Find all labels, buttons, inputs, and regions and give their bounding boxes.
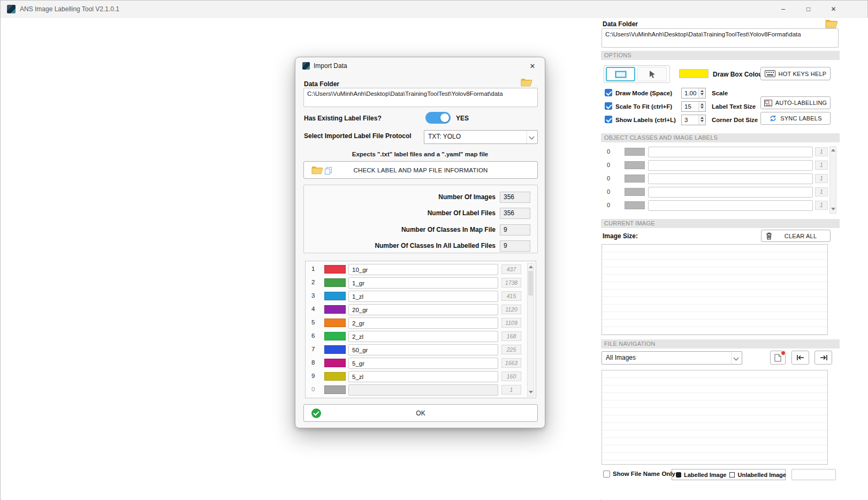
class-colour-swatch[interactable] — [324, 345, 346, 354]
spinner-arrows[interactable] — [698, 102, 705, 111]
data-folder-path-field[interactable]: C:\Users\VuMinhAnh\Desktop\Data\Training… — [601, 28, 839, 48]
classes-in-map-file-field: 9 — [500, 224, 530, 236]
pointer-tool-button[interactable] — [637, 67, 667, 81]
class-name-field[interactable]: 50_gr — [348, 344, 498, 355]
class-name: 5_gr — [349, 358, 498, 369]
class-list-scrollbar[interactable] — [829, 146, 836, 214]
show-labels-checkbox[interactable] — [605, 116, 612, 123]
labelled-square-icon — [676, 472, 681, 478]
class-list-scrollbar[interactable] — [527, 263, 534, 397]
clear-all-button[interactable]: CLEAR ALL — [761, 230, 831, 242]
spinner-arrows[interactable] — [698, 115, 705, 125]
class-colour-swatch[interactable] — [324, 319, 346, 327]
last-image-button[interactable] — [814, 351, 832, 365]
scale-to-fit-checkbox[interactable] — [605, 102, 612, 110]
scroll-down-icon[interactable] — [830, 207, 836, 212]
class-count-field: 1 — [815, 161, 828, 170]
file-name-field[interactable] — [791, 469, 836, 480]
data-folder-path: C:\Users\VuMinhAnh\Desktop\Data\Training… — [304, 88, 537, 99]
hot-keys-help-button[interactable]: HOT KEYS HELP — [760, 67, 831, 80]
dialog-close-button[interactable]: ✕ — [524, 59, 540, 73]
browse-folder-button[interactable] — [521, 78, 532, 88]
protocol-dropdown[interactable]: TXT: YOLO — [424, 130, 538, 144]
draw-mode-checkbox[interactable] — [605, 89, 612, 96]
show-file-name-only-checkbox[interactable] — [603, 471, 610, 478]
class-count-field: 225 — [501, 345, 521, 354]
minimize-button[interactable]: – — [771, 1, 796, 18]
draw-box-colour-swatch[interactable] — [679, 69, 709, 78]
close-button[interactable]: ✕ — [821, 1, 846, 18]
class-colour-swatch[interactable] — [324, 372, 346, 381]
scroll-up-icon[interactable] — [830, 148, 836, 153]
rect-select-tool-button[interactable] — [606, 67, 635, 81]
spinner-arrows[interactable] — [698, 88, 705, 98]
spinner-up-icon[interactable] — [701, 117, 704, 119]
class-colour-swatch[interactable] — [324, 305, 346, 314]
sync-labels-button[interactable]: SYNC LABELS — [760, 112, 831, 125]
stat-label: Number Of Label Files — [428, 209, 496, 217]
class-name-field[interactable] — [648, 160, 813, 171]
class-name-field[interactable]: 10_gr — [348, 264, 498, 275]
dialog-icon — [302, 62, 310, 70]
image-size-label: Image Size: — [603, 232, 638, 240]
class-index-label: 0 — [607, 175, 610, 181]
class-name-field[interactable]: 2_zl — [348, 331, 498, 342]
scrollbar-thumb[interactable] — [528, 271, 533, 296]
data-folder-path-field[interactable]: C:\Users\VuMinhAnh\Desktop\Data\Training… — [303, 88, 538, 107]
class-colour-swatch[interactable] — [324, 278, 346, 287]
spinner-down-icon[interactable] — [701, 120, 704, 122]
class-name-field[interactable] — [348, 384, 498, 396]
class-colour-swatch[interactable] — [625, 161, 645, 169]
class-colour-swatch[interactable] — [625, 188, 645, 196]
class-name-field[interactable]: 2_gr — [348, 317, 498, 329]
labelled-image-label: Labelled Image — [684, 472, 726, 478]
notes-button[interactable] — [770, 351, 786, 365]
class-colour-swatch[interactable] — [625, 175, 645, 183]
class-colour-swatch[interactable] — [625, 201, 645, 209]
scroll-up-icon[interactable] — [528, 264, 534, 270]
class-colour-swatch[interactable] — [625, 148, 645, 156]
image-filter-dropdown[interactable]: All Images — [601, 351, 742, 365]
folder-icon — [311, 165, 323, 175]
class-colour-swatch[interactable] — [324, 332, 346, 340]
toggle-knob — [440, 113, 449, 122]
spinner-up-icon[interactable] — [701, 90, 704, 92]
existing-labels-toggle[interactable] — [425, 112, 451, 124]
spinner-down-icon[interactable] — [701, 107, 704, 109]
class-colour-swatch[interactable] — [324, 265, 346, 274]
class-name-field[interactable]: 5_zl — [348, 371, 498, 382]
class-colour-swatch[interactable] — [324, 385, 346, 394]
class-name-field[interactable] — [648, 200, 813, 211]
maximize-button[interactable]: □ — [796, 1, 821, 18]
file-list[interactable] — [601, 370, 828, 465]
label-text-size-spinner[interactable]: 15 — [681, 101, 706, 112]
spinner-down-icon[interactable] — [701, 93, 704, 95]
draw-mode-label: Draw Mode (Space) — [615, 90, 672, 96]
class-name-field[interactable] — [648, 187, 813, 198]
number-of-images-field: 356 — [500, 192, 530, 203]
number-of-label-files-field: 356 — [500, 208, 530, 219]
class-colour-swatch[interactable] — [324, 359, 346, 367]
scroll-down-icon[interactable] — [528, 390, 534, 395]
spinner-up-icon[interactable] — [701, 103, 704, 105]
object-class-row: 0 1 — [601, 173, 840, 185]
corner-dot-size-spinner[interactable]: 3 — [681, 115, 706, 125]
ok-button[interactable]: OK — [303, 404, 538, 422]
class-name-field[interactable]: 1_gr — [348, 277, 498, 289]
class-colour-swatch[interactable] — [324, 292, 346, 300]
auto-labelling-button[interactable]: AUTO-LABELLING — [760, 96, 831, 109]
class-name-field[interactable]: 1_zl — [348, 291, 498, 302]
check-label-map-button[interactable]: CHECK LABEL AND MAP FILE INFORMATION — [303, 161, 538, 179]
first-image-button[interactable] — [791, 351, 809, 365]
class-name-field[interactable] — [648, 173, 813, 184]
class-name: 1_zl — [349, 291, 498, 302]
class-index-label: 1 — [311, 266, 315, 272]
class-name-field[interactable]: 5_gr — [348, 358, 498, 369]
class-name: 10_gr — [349, 264, 498, 275]
unlabelled-square-icon — [729, 472, 735, 478]
class-name-field[interactable] — [648, 147, 813, 157]
scale-spinner[interactable]: 1.00 — [681, 88, 706, 99]
class-name-field[interactable]: 20_gr — [348, 304, 498, 315]
class-index-label: 7 — [311, 346, 315, 352]
current-image-list[interactable] — [601, 244, 828, 335]
